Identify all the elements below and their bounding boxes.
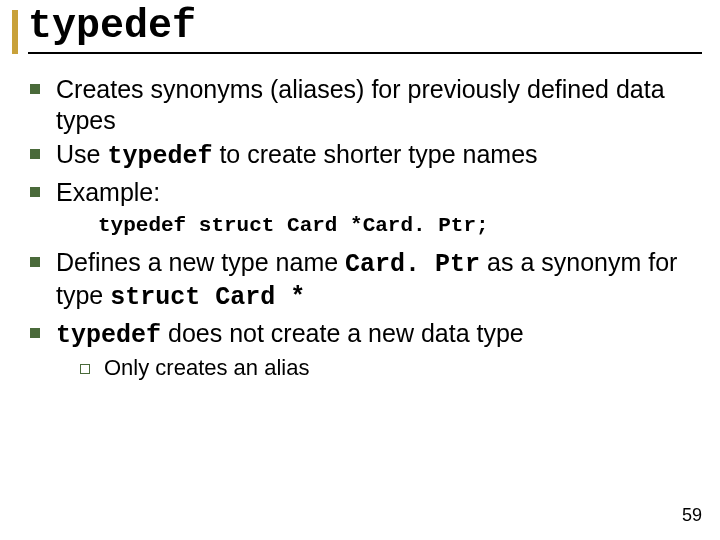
text-fragment: Use [56,140,107,168]
inline-code: struct Card * [110,283,305,312]
title-accent-bar [12,10,18,54]
bullet-text: Defines a new type name Card. Ptr as a s… [56,247,690,314]
hollow-square-bullet-icon [80,364,90,374]
page-number: 59 [682,505,702,526]
slide: typedef Creates synonyms (aliases) for p… [0,0,720,540]
text-fragment: does not create a new data type [161,319,524,347]
bullet-text: Creates synonyms (aliases) for previousl… [56,74,690,135]
square-bullet-icon [30,149,40,159]
sub-bullet-text: Only creates an alias [104,355,690,382]
code-example: typedef struct Card *Card. Ptr; [98,213,690,239]
list-item: Example: [30,177,690,208]
square-bullet-icon [30,328,40,338]
square-bullet-icon [30,84,40,94]
text-fragment: Defines a new type name [56,248,345,276]
list-item: typedef does not create a new data type [30,318,690,352]
title-underline [28,52,702,54]
text-fragment: to create shorter type names [212,140,537,168]
sub-list-item: Only creates an alias [80,355,690,382]
square-bullet-icon [30,187,40,197]
bullet-text: typedef does not create a new data type [56,318,690,352]
list-item: Use typedef to create shorter type names [30,139,690,173]
list-item: Defines a new type name Card. Ptr as a s… [30,247,690,314]
inline-code: typedef [56,321,161,350]
list-item: Creates synonyms (aliases) for previousl… [30,74,690,135]
title-block: typedef [12,6,702,48]
inline-code: typedef [107,142,212,171]
bullet-text: Example: [56,177,690,208]
slide-title: typedef [12,6,702,48]
inline-code: Card. Ptr [345,250,480,279]
bullet-text: Use typedef to create shorter type names [56,139,690,173]
slide-body: Creates synonyms (aliases) for previousl… [30,70,690,386]
square-bullet-icon [30,257,40,267]
